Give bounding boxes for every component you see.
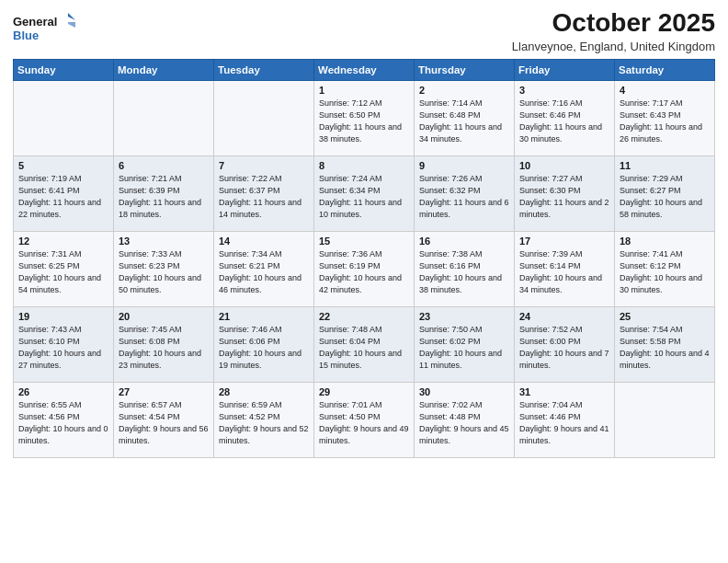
sunset-text: Sunset: 6:08 PM [119,337,180,346]
sunrise-text: Sunrise: 7:41 AM [620,249,683,259]
day-number: 29 [319,386,409,397]
col-saturday: Saturday [615,59,715,80]
table-row: 23Sunrise: 7:50 AMSunset: 6:02 PMDayligh… [415,306,515,382]
daylight-text: Daylight: 9 hours and 52 minutes. [219,424,309,445]
day-info: Sunrise: 7:39 AMSunset: 6:14 PMDaylight:… [519,248,609,296]
table-row: 1Sunrise: 7:12 AMSunset: 6:50 PMDaylight… [314,80,415,155]
sunrise-text: Sunrise: 7:16 AM [519,98,583,108]
table-row: 13Sunrise: 7:33 AMSunset: 6:23 PMDayligh… [114,231,214,306]
sunrise-text: Sunrise: 7:17 AM [620,98,683,108]
day-number: 9 [419,160,509,171]
daylight-text: Daylight: 9 hours and 45 minutes. [419,424,509,445]
daylight-text: Daylight: 10 hours and 19 minutes. [219,349,301,370]
day-info: Sunrise: 7:17 AMSunset: 6:43 PMDaylight:… [620,98,710,145]
svg-text:General: General [13,15,57,29]
day-info: Sunrise: 7:21 AMSunset: 6:39 PMDaylight:… [119,173,209,221]
day-info: Sunrise: 6:55 AMSunset: 4:56 PMDaylight:… [18,399,108,447]
calendar-header-row: Sunday Monday Tuesday Wednesday Thursday… [14,59,715,80]
sunrise-text: Sunrise: 7:04 AM [519,400,583,409]
sunset-text: Sunset: 4:48 PM [419,412,481,421]
sunset-text: Sunset: 6:48 PM [419,110,481,120]
daylight-text: Daylight: 11 hours and 22 minutes. [18,198,101,219]
day-number: 7 [219,160,309,171]
month-title: October 2025 [512,9,715,38]
sunrise-text: Sunrise: 7:19 AM [18,174,82,183]
sunrise-text: Sunrise: 6:55 AM [18,400,82,409]
table-row: 28Sunrise: 6:59 AMSunset: 4:52 PMDayligh… [214,382,314,457]
day-number: 8 [319,160,409,171]
sunrise-text: Sunrise: 6:57 AM [119,400,182,409]
daylight-text: Daylight: 10 hours and 7 minutes. [519,349,609,370]
day-number: 31 [519,386,609,397]
day-number: 5 [18,160,108,171]
day-number: 19 [18,311,108,322]
sunrise-text: Sunrise: 7:39 AM [519,249,583,259]
daylight-text: Daylight: 10 hours and 58 minutes. [620,198,702,219]
table-row: 14Sunrise: 7:34 AMSunset: 6:21 PMDayligh… [214,231,314,306]
sunrise-text: Sunrise: 7:01 AM [319,400,382,409]
table-row [14,80,114,155]
daylight-text: Daylight: 11 hours and 26 minutes. [620,122,702,144]
day-info: Sunrise: 7:46 AMSunset: 6:06 PMDaylight:… [219,324,309,372]
sunrise-text: Sunrise: 7:38 AM [419,249,483,259]
sunset-text: Sunset: 4:54 PM [119,412,180,421]
sunrise-text: Sunrise: 7:21 AM [119,174,182,183]
sunset-text: Sunset: 4:50 PM [319,412,381,421]
calendar-week-row: 1Sunrise: 7:12 AMSunset: 6:50 PMDaylight… [14,80,715,155]
table-row: 5Sunrise: 7:19 AMSunset: 6:41 PMDaylight… [14,155,114,231]
sunrise-text: Sunrise: 7:50 AM [419,325,483,334]
table-row: 25Sunrise: 7:54 AMSunset: 5:58 PMDayligh… [615,306,715,382]
col-friday: Friday [515,59,615,80]
day-number: 27 [119,386,209,397]
col-sunday: Sunday [14,59,114,80]
day-number: 23 [419,311,509,322]
daylight-text: Daylight: 10 hours and 38 minutes. [419,273,502,294]
daylight-text: Daylight: 11 hours and 30 minutes. [519,122,602,144]
table-row: 6Sunrise: 7:21 AMSunset: 6:39 PMDaylight… [114,155,214,231]
day-number: 10 [519,160,609,171]
sunset-text: Sunset: 6:37 PM [219,186,280,195]
sunrise-text: Sunrise: 7:27 AM [519,174,583,183]
sunset-text: Sunset: 6:23 PM [119,261,180,270]
calendar-week-row: 12Sunrise: 7:31 AMSunset: 6:25 PMDayligh… [14,231,715,306]
sunrise-text: Sunrise: 7:24 AM [319,174,382,183]
day-number: 3 [519,85,609,96]
day-number: 18 [620,236,710,247]
day-info: Sunrise: 7:24 AMSunset: 6:34 PMDaylight:… [319,173,409,221]
day-info: Sunrise: 7:02 AMSunset: 4:48 PMDaylight:… [419,399,509,447]
day-number: 24 [519,311,609,322]
col-wednesday: Wednesday [314,59,415,80]
day-info: Sunrise: 7:34 AMSunset: 6:21 PMDaylight:… [219,248,309,296]
table-row: 7Sunrise: 7:22 AMSunset: 6:37 PMDaylight… [214,155,314,231]
table-row: 21Sunrise: 7:46 AMSunset: 6:06 PMDayligh… [214,306,314,382]
sunset-text: Sunset: 5:58 PM [620,337,681,346]
daylight-text: Daylight: 9 hours and 41 minutes. [519,424,609,445]
sunset-text: Sunset: 6:21 PM [219,261,280,270]
day-info: Sunrise: 7:22 AMSunset: 6:37 PMDaylight:… [219,173,309,221]
day-number: 30 [419,386,509,397]
title-block: October 2025 Llanveynoe, England, United… [512,9,715,53]
sunrise-text: Sunrise: 7:22 AM [219,174,282,183]
day-info: Sunrise: 7:29 AMSunset: 6:27 PMDaylight:… [620,173,710,221]
table-row: 10Sunrise: 7:27 AMSunset: 6:30 PMDayligh… [515,155,615,231]
sunset-text: Sunset: 6:41 PM [18,186,80,195]
sunset-text: Sunset: 6:16 PM [419,261,481,270]
day-number: 1 [319,85,409,96]
table-row: 3Sunrise: 7:16 AMSunset: 6:46 PMDaylight… [515,80,615,155]
sunrise-text: Sunrise: 7:29 AM [620,174,683,183]
location: Llanveynoe, England, United Kingdom [512,40,715,53]
table-row: 17Sunrise: 7:39 AMSunset: 6:14 PMDayligh… [515,231,615,306]
sunrise-text: Sunrise: 7:33 AM [119,249,182,259]
daylight-text: Daylight: 10 hours and 23 minutes. [119,349,201,370]
calendar-week-row: 19Sunrise: 7:43 AMSunset: 6:10 PMDayligh… [14,306,715,382]
day-info: Sunrise: 7:33 AMSunset: 6:23 PMDaylight:… [119,248,209,296]
daylight-text: Daylight: 10 hours and 50 minutes. [119,273,201,294]
day-number: 15 [319,236,409,247]
svg-text:Blue: Blue [13,29,39,42]
daylight-text: Daylight: 10 hours and 54 minutes. [18,273,101,294]
sunrise-text: Sunrise: 7:26 AM [419,174,483,183]
daylight-text: Daylight: 11 hours and 14 minutes. [219,198,301,219]
daylight-text: Daylight: 9 hours and 49 minutes. [319,424,409,445]
calendar-week-row: 5Sunrise: 7:19 AMSunset: 6:41 PMDaylight… [14,155,715,231]
day-number: 4 [620,85,710,96]
